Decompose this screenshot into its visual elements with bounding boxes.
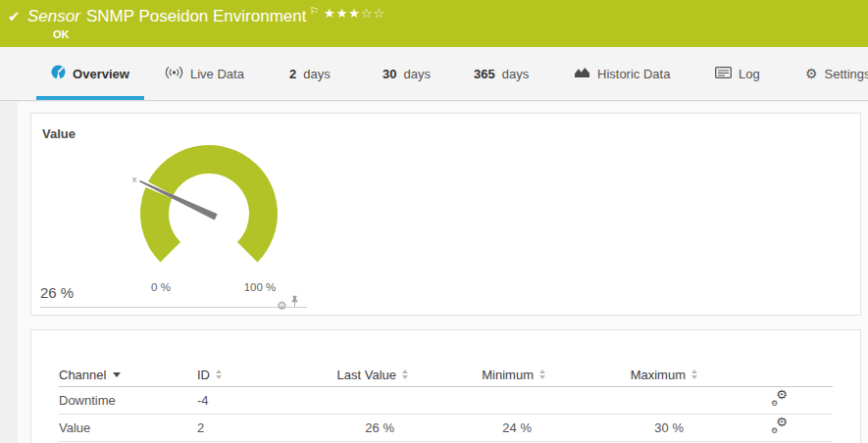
content-area: Value x 0 % 100 % 26 % ⚙ (18, 102, 868, 443)
column-header-id[interactable]: ID (197, 364, 325, 386)
tab-365-days[interactable]: 365 days (474, 47, 529, 100)
gear-icon: ⚙ (805, 67, 818, 80)
cell-id: -4 (197, 386, 325, 414)
tab-label: days (502, 67, 529, 81)
tab-2-days[interactable]: 2 days (289, 47, 331, 100)
tab-label: days (303, 67, 330, 81)
column-header-maximum[interactable]: Maximum (545, 364, 697, 386)
tab-label: Live Data (190, 67, 244, 81)
gauge-divider (40, 307, 307, 308)
tab-label: Historic Data (597, 67, 670, 81)
pin-icon[interactable] (290, 294, 299, 312)
gauge-min-label: 0 % (139, 281, 182, 293)
tab-live-data[interactable]: Live Data (165, 47, 244, 100)
column-header-last-value[interactable]: Last Value (325, 364, 408, 386)
cell-maximum (545, 386, 697, 414)
tab-number: 2 (289, 67, 296, 81)
value-gauge: x (130, 139, 287, 288)
broadcast-icon (165, 66, 183, 82)
tab-log[interactable]: Log (715, 47, 760, 100)
status-badge: OK (53, 28, 70, 40)
status-ok-check-icon: ✔ (8, 8, 21, 25)
sort-icon (402, 369, 408, 379)
gauge-max-label: 100 % (238, 281, 281, 293)
gauge-current-value: 26 % (40, 284, 74, 301)
cell-id: 2 (197, 414, 325, 441)
column-label: Minimum (482, 368, 534, 382)
needle-tip-marker: x (132, 174, 138, 184)
cell-minimum (408, 386, 545, 414)
channel-table: Channel ID Last Value Minimum Maximum (59, 364, 833, 442)
tab-30-days[interactable]: 30 days (383, 47, 431, 100)
gear-small-icon: ⚙ (771, 427, 778, 435)
column-label: ID (197, 368, 210, 382)
tab-label: Log (739, 67, 760, 81)
sort-icon (539, 369, 545, 379)
gauge-settings-gear-icon[interactable]: ⚙ (277, 300, 287, 312)
channel-settings-icon[interactable]: ⚙⚙ (771, 418, 788, 433)
cell-minimum: 24 % (408, 414, 545, 441)
gauge-icon (51, 65, 66, 82)
tab-label: Settings (825, 67, 868, 81)
sort-icon (691, 369, 697, 379)
active-tab-underline (36, 96, 144, 100)
cell-maximum: 30 % (545, 414, 697, 441)
cell-channel: Value (59, 414, 197, 441)
sensor-type-label: Sensor (27, 7, 80, 25)
flag-icon[interactable]: ⚐ (309, 5, 319, 17)
tab-bar: Overview Live Data 2 days 30 days 365 da… (0, 47, 868, 101)
tab-historic-data[interactable]: Historic Data (574, 47, 670, 100)
priority-stars[interactable]: ★★★☆☆ (324, 6, 385, 21)
tab-number: 365 (474, 67, 495, 81)
tab-label: days (403, 67, 430, 81)
gear-small-icon: ⚙ (771, 400, 778, 408)
table-header-row: Channel ID Last Value Minimum Maximum (59, 364, 833, 386)
cell-last-value: 26 % (325, 414, 408, 441)
tab-number: 30 (383, 67, 396, 81)
column-label: Last Value (337, 368, 396, 382)
tab-label: Overview (73, 67, 129, 81)
area-chart-icon (574, 66, 590, 81)
sensor-header: ✔ SensorSNMP Poseidon Environment⚐ ★★★☆☆… (0, 0, 868, 47)
tab-settings[interactable]: ⚙ Settings (805, 47, 868, 100)
channel-table-panel: Channel ID Last Value Minimum Maximum (30, 329, 861, 443)
channel-settings-icon[interactable]: ⚙⚙ (771, 391, 788, 406)
cell-last-value (325, 386, 408, 414)
column-header-actions (697, 364, 833, 386)
column-header-minimum[interactable]: Minimum (408, 364, 545, 386)
table-row-downtime: Downtime -4 ⚙⚙ (59, 386, 833, 414)
column-label: Maximum (631, 368, 686, 382)
page-title: SensorSNMP Poseidon Environment⚐ (27, 5, 319, 26)
log-list-icon (715, 67, 732, 81)
column-label: Channel (59, 368, 106, 382)
gauge-panel: Value x 0 % 100 % 26 % ⚙ (30, 113, 861, 316)
sort-icon (216, 369, 222, 379)
gauge-panel-title: Value (42, 126, 76, 141)
column-header-channel[interactable]: Channel (59, 364, 197, 386)
sensor-name: SNMP Poseidon Environment (86, 7, 307, 25)
tab-overview[interactable]: Overview (36, 47, 144, 100)
sort-desc-icon (113, 372, 121, 377)
table-row-value: Value 2 26 % 24 % 30 % ⚙⚙ (59, 414, 833, 441)
cell-channel: Downtime (59, 386, 197, 414)
